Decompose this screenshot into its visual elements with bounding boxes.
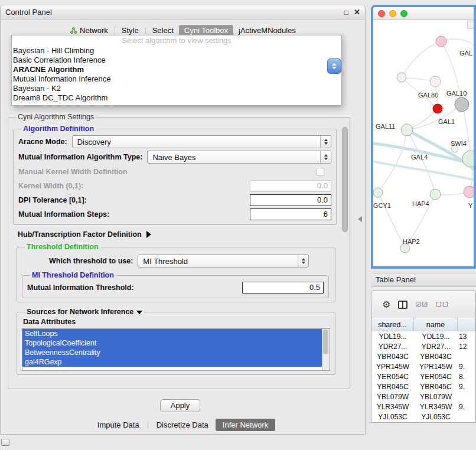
network-node[interactable] xyxy=(464,186,474,198)
algorithm-option[interactable]: Bayesian - Hill Climbing xyxy=(12,46,341,56)
control-panel-titlebar[interactable]: Control Panel □ ✕ xyxy=(1,5,365,19)
network-node-label: Y xyxy=(468,202,473,209)
tab-infer-network[interactable]: Infer Network xyxy=(216,419,275,431)
which-threshold-select[interactable]: MI Threshold xyxy=(138,255,309,268)
collapse-down-icon xyxy=(136,311,142,314)
data-attributes-label: Data Attributes xyxy=(23,318,330,326)
network-node[interactable] xyxy=(462,151,474,167)
table-row[interactable]: YPR145WYPR145W9. xyxy=(371,361,475,371)
table-row[interactable]: YBR045CYBR045C9. xyxy=(371,381,475,392)
hub-definition-toggle[interactable]: Hub/Transcription Factor Definition xyxy=(18,230,337,239)
tab-cyni-toolbox[interactable]: Cyni Toolbox xyxy=(179,25,233,36)
cyni-algorithm-settings-group: Cyni Algorithm Settings Algorithm Defini… xyxy=(8,113,350,389)
tab-discretize-data[interactable]: Discretize Data xyxy=(149,419,216,431)
data-attributes-list[interactable]: SelfLoopsTopologicalCoefficientBetweenne… xyxy=(22,328,330,371)
kernel-width-label: Kernel Width (0,1): xyxy=(18,182,83,190)
attribute-list-item[interactable]: gal4RGexp xyxy=(22,357,322,367)
network-node-label: GAL xyxy=(459,50,472,57)
network-edge[interactable] xyxy=(378,130,407,193)
table-cell: 13 xyxy=(458,332,475,341)
network-node[interactable] xyxy=(436,36,446,47)
algorithm-combo-stepper-button[interactable] xyxy=(327,58,341,74)
network-edge[interactable] xyxy=(407,130,435,194)
tab-jactivemnodules-label: jActiveMNodules xyxy=(239,26,296,35)
network-graph[interactable]: GALGAL80GAL10GAL11GAL1SWI4GAL4GCY1HAP4HA… xyxy=(373,20,474,266)
select-all-icon[interactable]: ☑☑ xyxy=(415,301,428,308)
attributes-scrollbar[interactable] xyxy=(322,329,330,370)
float-window-icon[interactable]: □ xyxy=(344,8,348,17)
attribute-list-item[interactable]: BetweennessCentrality xyxy=(22,348,322,357)
mi-steps-label: Mutual Information Steps: xyxy=(18,210,109,219)
column-header-extra[interactable] xyxy=(458,318,475,331)
tab-style[interactable]: Style xyxy=(116,25,144,36)
mi-threshold-label: Mutual Information Threshold: xyxy=(27,283,134,292)
deselect-all-icon[interactable]: ☐☐ xyxy=(436,301,449,308)
tab-impute-data[interactable]: Impute Data xyxy=(90,419,146,431)
table-row[interactable]: YBR043CYBR043C xyxy=(371,351,475,361)
table-cell: YDR27... xyxy=(371,343,414,351)
table-row[interactable]: YDR27...YDR27...12 xyxy=(371,341,475,351)
columns-icon[interactable] xyxy=(398,301,407,309)
table-row[interactable]: YLR345WYLR345W9. xyxy=(371,402,475,412)
network-node[interactable] xyxy=(433,104,442,113)
mi-steps-field[interactable]: 6 xyxy=(250,208,331,220)
table-cell: YBR043C xyxy=(371,353,414,361)
network-node[interactable] xyxy=(397,73,406,82)
traffic-close-icon[interactable] xyxy=(378,10,385,17)
network-edge[interactable] xyxy=(402,41,441,77)
tab-network[interactable]: Network xyxy=(64,25,113,36)
network-node-label: HAP4 xyxy=(412,200,429,207)
network-scrollbar-stub[interactable] xyxy=(467,20,474,29)
gear-icon[interactable]: ⚙ xyxy=(382,300,390,309)
collapsed-panel-icon[interactable] xyxy=(1,439,9,446)
sources-group: Sources for Network Inference Data Attri… xyxy=(17,308,335,375)
network-window-titlebar[interactable] xyxy=(373,7,474,20)
table-toolbar: ⚙ ☑☑ ☐☐ xyxy=(371,291,475,318)
mi-threshold-field[interactable]: 0.5 xyxy=(242,282,324,294)
network-node[interactable] xyxy=(430,76,441,87)
network-node[interactable] xyxy=(430,189,441,200)
tab-separator xyxy=(115,27,115,34)
attribute-list-item[interactable]: SelfLoops xyxy=(22,329,322,338)
network-node[interactable] xyxy=(401,124,413,136)
attribute-list-item[interactable]: TopologicalCoefficient xyxy=(22,338,322,348)
algorithm-option[interactable]: ARACNE Algorithm xyxy=(12,65,341,74)
column-header-shared[interactable]: shared... xyxy=(371,318,414,331)
algorithm-definition-group: Algorithm Definition Aracne Mode: Discov… xyxy=(13,125,337,225)
network-canvas[interactable]: GALGAL80GAL10GAL11GAL1SWI4GAL4GCY1HAP4HA… xyxy=(373,20,474,266)
tab-select[interactable]: Select xyxy=(147,25,179,36)
traffic-minimize-icon[interactable] xyxy=(389,10,396,17)
tab-infer-network-label: Infer Network xyxy=(223,420,268,429)
which-threshold-value: MI Threshold xyxy=(138,257,298,266)
manual-kernel-checkbox[interactable] xyxy=(316,168,324,176)
sources-group-title[interactable]: Sources for Network Inference xyxy=(25,308,144,316)
algorithm-option[interactable]: Dream8 DC_TDC Algorithm xyxy=(12,93,341,103)
column-header-name[interactable]: name xyxy=(414,318,458,331)
mi-type-select[interactable]: Naive Bayes xyxy=(147,151,331,164)
algorithm-option[interactable]: Bayesian - K2 xyxy=(12,84,341,93)
aracne-mode-select[interactable]: Discovery xyxy=(72,135,331,148)
scrollbar-thumb[interactable] xyxy=(323,330,328,354)
settings-group-title: Cyni Algorithm Settings xyxy=(16,113,96,121)
table-cell: YBL079W xyxy=(371,393,414,401)
kernel-width-field[interactable]: 0.0 xyxy=(250,180,331,192)
traffic-zoom-icon[interactable] xyxy=(400,10,407,17)
panel-splitter-collapse-icon[interactable] xyxy=(358,216,362,222)
network-node[interactable] xyxy=(373,188,383,197)
algorithm-option[interactable]: Mutual Information Inference xyxy=(12,74,341,84)
table-row[interactable]: YDL19...YDL19...13 xyxy=(371,331,475,341)
table-row[interactable]: YER054CYER054C8. xyxy=(371,371,475,381)
network-edge[interactable] xyxy=(378,193,405,248)
table-row[interactable]: YBL079WYBL079W xyxy=(371,392,475,402)
table-row[interactable]: YJL053CYJL053C xyxy=(371,412,475,422)
apply-button[interactable]: Apply xyxy=(160,399,200,412)
mi-threshold-title: MI Threshold Definition xyxy=(30,271,116,279)
tab-jactivemnodules[interactable]: jActiveMNodules xyxy=(233,25,301,36)
settings-scrollbar[interactable] xyxy=(342,127,348,383)
algorithm-option[interactable]: Basic Correlation Inference xyxy=(12,56,341,65)
scrollbar-thumb[interactable] xyxy=(342,127,348,232)
table-cell: 9. xyxy=(458,403,475,411)
network-node[interactable] xyxy=(455,97,469,112)
dpi-tolerance-field[interactable]: 0.0 xyxy=(250,194,331,206)
close-window-icon[interactable]: ✕ xyxy=(354,8,360,17)
